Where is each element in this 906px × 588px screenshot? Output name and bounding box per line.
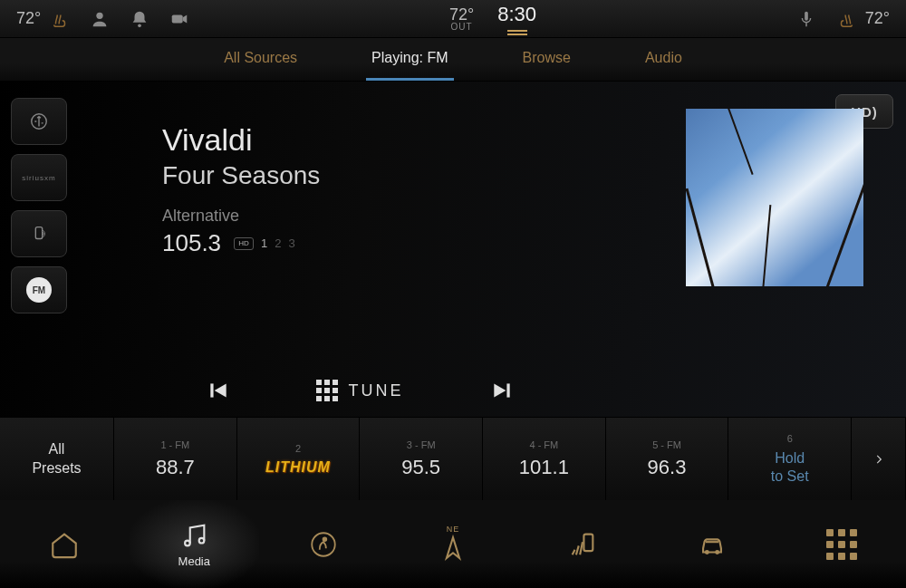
tab-audio[interactable]: Audio <box>640 38 688 81</box>
track-subtitle: Four Seasons <box>162 161 643 190</box>
artwork-column: HD) <box>643 82 906 417</box>
chevron-right-icon <box>872 449 885 469</box>
source-bt-audio[interactable] <box>11 210 67 257</box>
seek-prev-button[interactable] <box>207 379 230 402</box>
seat-heat-left-icon[interactable] <box>50 9 70 29</box>
svg-rect-12 <box>583 534 593 550</box>
nav-media[interactable]: Media <box>130 500 259 588</box>
now-playing-panel: Vivaldi Four Seasons Alternative 105.3 H… <box>76 82 643 417</box>
keypad-icon <box>316 380 338 401</box>
nav-apps[interactable] <box>776 500 906 588</box>
hd-mini-icon: HD <box>234 237 254 250</box>
preset-strip: All Presets 1 - FM 88.7 2 LITHIUM 3 - FM… <box>0 417 906 500</box>
tab-browse[interactable]: Browse <box>517 38 576 81</box>
bottom-nav: Media NE <box>0 500 906 588</box>
svg-point-10 <box>312 533 335 556</box>
track-genre: Alternative <box>162 207 643 226</box>
home-icon <box>49 529 80 560</box>
lithium-logo: LITHIUM <box>265 459 331 476</box>
svg-rect-5 <box>35 227 42 239</box>
nav-navigation[interactable]: NE <box>389 500 518 588</box>
media-tabs: All Sources Playing: FM Browse Audio <box>0 38 906 82</box>
transport-controls: TUNE <box>76 379 643 402</box>
notification-bell-icon[interactable] <box>130 9 149 29</box>
phone-signal-icon <box>567 529 598 560</box>
preset-6-empty[interactable]: 6 Hold to Set <box>728 418 852 500</box>
nav-comfort[interactable] <box>259 500 389 588</box>
track-title: Vivaldi <box>162 122 643 158</box>
nav-phone[interactable] <box>517 500 647 588</box>
source-fm[interactable]: FM <box>11 266 67 313</box>
preset-4[interactable]: 4 - FM 101.1 <box>483 418 606 500</box>
source-column: siriusxm FM <box>0 82 76 417</box>
right-temp[interactable]: 72° <box>865 9 890 28</box>
station-frequency: 105.3 <box>162 229 221 257</box>
hd-channel-indicator[interactable]: HD 1 2 3 <box>234 236 295 250</box>
seat-heat-right-icon[interactable] <box>836 9 856 29</box>
clock[interactable]: 8:30 <box>497 3 536 35</box>
tune-keypad-button[interactable]: TUNE <box>316 380 404 401</box>
mic-icon[interactable] <box>796 9 816 29</box>
tab-all-sources[interactable]: All Sources <box>218 38 303 81</box>
svg-rect-3 <box>805 11 808 20</box>
tab-playing[interactable]: Playing: FM <box>366 38 453 81</box>
vehicle-icon <box>697 529 728 560</box>
svg-rect-7 <box>506 383 509 397</box>
outside-temp: 72° OUT <box>449 6 474 32</box>
svg-point-0 <box>97 12 103 18</box>
preset-1[interactable]: 1 - FM 88.7 <box>114 418 237 500</box>
seek-next-button[interactable] <box>490 379 514 402</box>
music-icon <box>178 520 209 551</box>
album-art <box>686 109 863 286</box>
svg-point-1 <box>138 24 141 27</box>
svg-rect-6 <box>210 383 213 397</box>
main-content: siriusxm FM Vivaldi Four Seasons Alterna… <box>0 82 906 417</box>
left-temp[interactable]: 72° <box>16 9 41 28</box>
svg-point-11 <box>323 537 327 541</box>
compass-arrow-icon <box>438 534 468 564</box>
preset-2[interactable]: 2 LITHIUM <box>237 418 361 500</box>
preset-3[interactable]: 3 - FM 95.5 <box>360 418 483 500</box>
svg-point-8 <box>185 541 190 546</box>
svg-rect-2 <box>172 14 183 23</box>
nav-home[interactable] <box>0 500 130 588</box>
nav-vehicle[interactable] <box>647 500 776 588</box>
svg-point-9 <box>199 538 205 544</box>
apps-grid-icon <box>826 529 857 560</box>
fm-dot-icon: FM <box>26 277 52 303</box>
preset-5[interactable]: 5 - FM 96.3 <box>606 418 729 500</box>
more-presets-button[interactable] <box>852 418 906 500</box>
all-presets-button[interactable]: All Presets <box>0 418 114 500</box>
camera-icon[interactable] <box>169 9 189 29</box>
source-usb[interactable] <box>11 98 67 145</box>
source-siriusxm[interactable]: siriusxm <box>11 154 67 201</box>
menu-lines-icon <box>507 30 527 35</box>
status-bar: 72° 72° OUT 8:30 <box>0 0 906 38</box>
comfort-icon <box>308 529 339 560</box>
profile-icon[interactable] <box>90 9 110 29</box>
